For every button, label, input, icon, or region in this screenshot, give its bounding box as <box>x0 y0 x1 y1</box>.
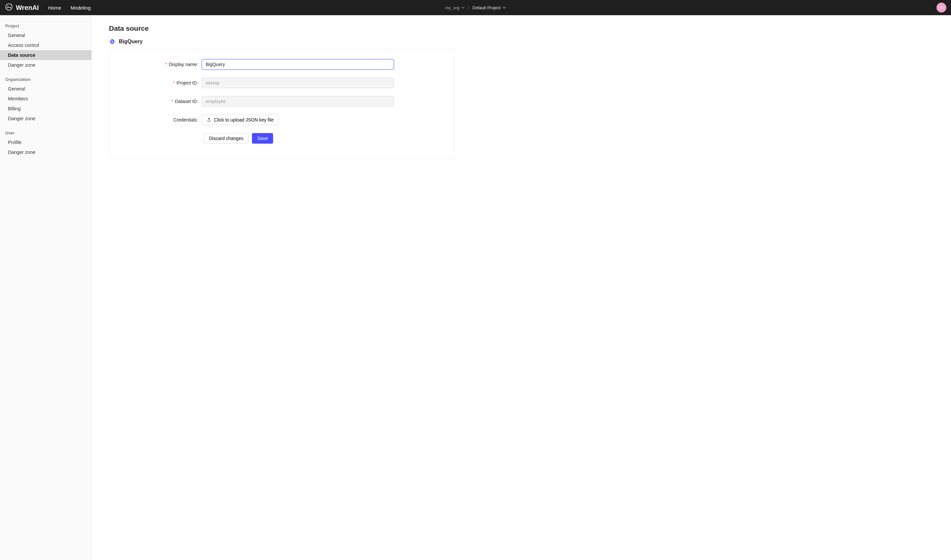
row-display-name: * Display name: <box>117 59 446 70</box>
label-credentials: Credentials: <box>117 117 202 123</box>
sidebar: Project General Access control Data sour… <box>0 15 92 560</box>
sidebar-item-billing[interactable]: Billing <box>0 104 91 114</box>
chevron-down-icon <box>503 6 506 9</box>
breadcrumb: my_org / Default Project <box>445 5 506 10</box>
bigquery-icon <box>109 38 115 45</box>
main: Data source BigQuery * Display name: <box>92 15 951 560</box>
required-mark: * <box>171 99 173 104</box>
sidebar-item-user-danger-zone[interactable]: Danger zone <box>0 147 91 157</box>
avatar[interactable]: TE <box>937 3 946 12</box>
nav-modeling[interactable]: Modeling <box>71 5 91 11</box>
logo-icon <box>5 3 13 13</box>
nav-links: Home Modeling <box>48 5 91 11</box>
sidebar-section-organization: Organization General Members Billing Dan… <box>0 75 91 123</box>
label-display-name: * Display name: <box>117 62 202 67</box>
provider-name: BigQuery <box>119 38 143 45</box>
label-project-id: * Project ID: <box>117 80 202 86</box>
form-actions: Discard changes Save <box>204 133 446 144</box>
sidebar-heading-organization: Organization <box>0 75 91 84</box>
label-dataset-id: * Dataset ID: <box>117 99 202 104</box>
row-credentials: Credentials: Click to upload JSON key fi… <box>117 115 446 125</box>
sidebar-item-access-control[interactable]: Access control <box>0 40 91 50</box>
save-button[interactable]: Save <box>252 133 273 144</box>
dataset-id-input <box>202 96 394 107</box>
sidebar-item-org-danger-zone[interactable]: Danger zone <box>0 114 91 123</box>
page-title: Data source <box>109 25 934 32</box>
sidebar-item-members[interactable]: Members <box>0 94 91 104</box>
topbar: WrenAI Home Modeling my_org / Default Pr… <box>0 0 951 15</box>
datasource-card: * Display name: * Project ID: * <box>109 49 454 158</box>
breadcrumb-project[interactable]: Default Project <box>472 5 506 10</box>
upload-credentials-label: Click to upload JSON key file <box>214 117 274 123</box>
discard-button[interactable]: Discard changes <box>204 133 249 144</box>
sidebar-item-org-general[interactable]: General <box>0 84 91 94</box>
breadcrumb-org-label: my_org <box>445 5 459 10</box>
breadcrumb-org[interactable]: my_org <box>445 5 465 10</box>
required-mark: * <box>173 80 174 86</box>
sidebar-item-general[interactable]: General <box>0 30 91 40</box>
sidebar-section-user: User Profile Danger zone <box>0 129 91 157</box>
sidebar-item-profile[interactable]: Profile <box>0 137 91 147</box>
row-project-id: * Project ID: <box>117 78 446 88</box>
sidebar-heading-user: User <box>0 129 91 137</box>
chevron-down-icon <box>461 6 465 9</box>
display-name-input[interactable] <box>202 59 394 70</box>
breadcrumb-sep: / <box>468 5 469 10</box>
brand-text: WrenAI <box>16 4 39 12</box>
svg-marker-2 <box>110 39 115 44</box>
project-id-input <box>202 78 394 88</box>
provider-header: BigQuery <box>109 38 934 45</box>
svg-point-1 <box>8 6 8 6</box>
sidebar-heading-project: Project <box>0 22 91 30</box>
brand[interactable]: WrenAI <box>5 3 39 13</box>
sidebar-item-danger-zone[interactable]: Danger zone <box>0 60 91 70</box>
breadcrumb-project-label: Default Project <box>472 5 500 10</box>
upload-credentials-button[interactable]: Click to upload JSON key file <box>202 115 279 125</box>
row-dataset-id: * Dataset ID: <box>117 96 446 107</box>
sidebar-item-data-source[interactable]: Data source <box>0 50 91 60</box>
upload-icon <box>207 117 211 123</box>
nav-home[interactable]: Home <box>48 5 62 11</box>
sidebar-section-project: Project General Access control Data sour… <box>0 22 91 70</box>
required-mark: * <box>165 62 167 67</box>
